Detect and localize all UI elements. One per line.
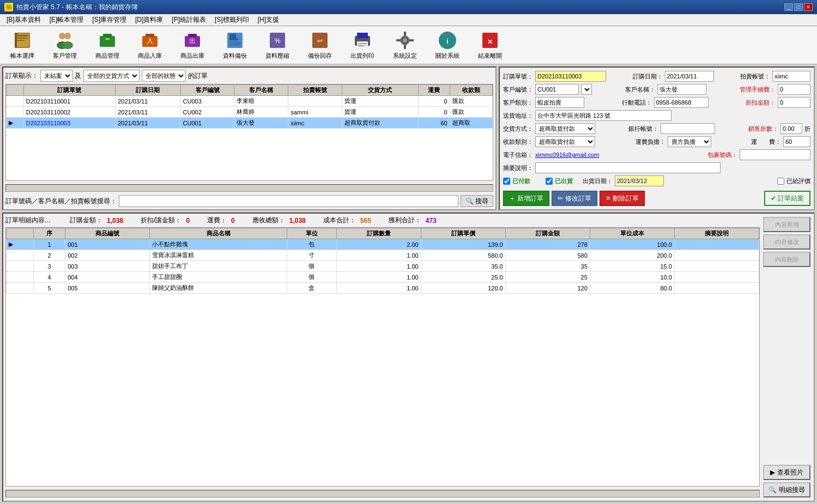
finish-order-button[interactable]: ✔ 訂單結案 — [764, 191, 810, 206]
detail-table-row[interactable]: 4 004 手工甜甜圈 個 1.00 25.0 25 10.0 — [7, 272, 759, 283]
dt-name: 小不點炸雞塊 — [150, 239, 287, 250]
dt-row-arrow — [7, 261, 34, 272]
payment-type: 超商取 — [450, 118, 492, 129]
sale-discount-input[interactable] — [780, 123, 802, 134]
toolbar-about-label: 關於系統 — [435, 52, 459, 60]
minimize-button[interactable]: _ — [784, 3, 793, 11]
search-input[interactable] — [119, 195, 458, 207]
toolbar-print[interactable]: 出貨列印 — [343, 29, 382, 62]
menu-help[interactable]: [H]支援 — [253, 14, 283, 26]
filter-state[interactable]: 全部的狀態 已付款 未付款 — [142, 70, 186, 82]
discount-input[interactable] — [778, 97, 810, 108]
menu-report[interactable]: [P]統計報表 — [167, 14, 210, 26]
delivery-select[interactable]: 超商取貨付款 貨運 — [535, 123, 595, 134]
package-no-input[interactable] — [740, 149, 810, 160]
freight-bear-select[interactable]: 賣方負擔 買方負擔 — [668, 136, 711, 147]
summary-input[interactable] — [535, 162, 721, 173]
edit-order-button[interactable]: ✏ 修改訂單 — [552, 191, 597, 206]
cust-type-input[interactable] — [535, 97, 584, 108]
menu-account[interactable]: [E]帳本管理 — [45, 14, 88, 26]
toolbar-product-out[interactable]: 出 商品出庫 — [173, 29, 211, 62]
add-content-button[interactable]: 內容新增 — [763, 217, 810, 232]
toolbar-restore[interactable]: ↩ 備份回存 — [301, 29, 339, 62]
dt-code: 003 — [65, 261, 150, 272]
toolbar-book-select[interactable]: 帳本選擇 — [3, 29, 41, 62]
order-no: D202103110001 — [23, 96, 115, 107]
cust-name-input[interactable] — [657, 84, 706, 95]
email-link[interactable]: ximmc0916@gmail.com — [535, 151, 600, 158]
auction-id-input[interactable] — [772, 71, 810, 82]
toolbar-exit[interactable]: ✕ 結束離開 — [471, 29, 509, 62]
toolbar-settings-label: 系統設定 — [393, 52, 417, 60]
toolbar-compress[interactable]: % 資料壓縮 — [258, 29, 296, 62]
col-cust-name: 客戶名稱 — [234, 85, 288, 96]
menu-label[interactable]: [S]標籤列印 — [210, 14, 253, 26]
filter-status[interactable]: 未結案 已結案 全部 — [40, 70, 72, 82]
dt-name: 陳師父奶油酥餅 — [150, 283, 287, 294]
menu-data[interactable]: [D]資料庫 — [131, 14, 167, 26]
detail-row-4: 送貨地址： — [503, 110, 810, 121]
bank-input[interactable] — [661, 123, 715, 134]
paid-checkbox[interactable] — [503, 178, 510, 185]
freight-input[interactable] — [783, 136, 810, 147]
toolbar-backup[interactable]: 資料備份 — [216, 29, 254, 62]
detail-table-row[interactable]: ▶ 1 001 小不點炸雞塊 包 2.00 139.0 278 100.0 — [7, 239, 759, 250]
manage-fee-input[interactable] — [778, 84, 810, 95]
cost-total-label: 成本合計： — [323, 216, 356, 225]
dt-col-seq: 序 — [33, 228, 65, 239]
filter-delivery[interactable]: 全部的交貨方式 貨運 超商取貨付款 — [83, 70, 140, 82]
search-button[interactable]: 🔍 搜尋 — [461, 195, 493, 207]
detail-table-row[interactable]: 5 005 陳師父奶油酥餅 盒 1.00 120.0 120 80.0 — [7, 283, 759, 294]
detail-side-buttons: 內容新增 內容修改 內容刪除 ▶ 查看照片 🔍 明細搜尋 — [762, 216, 812, 499]
view-photo-button[interactable]: ▶ 查看照片 — [763, 465, 810, 480]
maximize-button[interactable]: □ — [794, 3, 803, 11]
table-row[interactable]: D202103110002 2021/03/11 CU002 林喬婷 sammi… — [7, 107, 493, 118]
address-input[interactable] — [535, 110, 671, 121]
evaluated-checkbox[interactable] — [777, 178, 784, 185]
delete-content-button[interactable]: 內容刪除 — [763, 252, 810, 267]
detail-row-5: 交貨方式： 超商取貨付款 貨運 銀行帳號： 銷售折數： 折 — [503, 123, 810, 134]
toolbar-customer[interactable]: 客戶管理 — [46, 29, 84, 62]
shipped-checkbox[interactable] — [546, 178, 553, 185]
delete-order-button[interactable]: ✕ 刪除訂單 — [600, 191, 645, 206]
edit-content-button[interactable]: 內容修改 — [763, 234, 810, 250]
cust-code-input[interactable] — [535, 84, 579, 95]
order-amount-label: 訂購金額： — [70, 216, 102, 225]
table-row[interactable]: D202103110001 2021/03/11 CU003 李東暗 貨運 0 … — [7, 96, 493, 107]
toolbar-backup-label: 資料備份 — [223, 52, 247, 60]
order-no-input[interactable] — [535, 71, 606, 82]
close-button[interactable]: ✕ — [804, 3, 813, 11]
cost-total-value: 565 — [360, 217, 371, 224]
toolbar-about[interactable]: i 關於系統 — [428, 29, 467, 62]
dt-cost: 100.0 — [590, 239, 674, 250]
discount-label: 折扣金額： — [746, 99, 776, 107]
print-icon — [353, 31, 372, 50]
cust-name: 林喬婷 — [234, 107, 288, 118]
order-date-input[interactable] — [665, 71, 714, 82]
discount-amount-label: 折扣/讓金額： — [141, 216, 181, 225]
toolbar-restore-label: 備份回存 — [308, 52, 332, 60]
ship-date-input[interactable] — [615, 175, 664, 186]
title-bar-controls[interactable]: _ □ ✕ — [784, 3, 813, 11]
menu-basic[interactable]: [B]基本資料 — [2, 14, 45, 26]
detail-search-button[interactable]: 🔍 明細搜尋 — [763, 482, 810, 497]
order-date: 2021/03/11 — [116, 118, 180, 129]
menu-stock[interactable]: [S]庫存管理 — [88, 14, 131, 26]
phone-input[interactable] — [654, 97, 709, 108]
toolbar-settings[interactable]: 系統設定 — [386, 29, 424, 62]
detail-hscroll[interactable] — [5, 490, 760, 497]
dt-note — [674, 261, 759, 272]
payment-select[interactable]: 超商取貨付款 匯款 — [535, 136, 595, 147]
detail-table-row[interactable]: 2 002 雪寶冰淇淋蛋糕 寸 1.00 580.0 580 200.0 — [7, 250, 759, 261]
dt-qty: 1.00 — [336, 250, 421, 261]
cust-type-label: 客戶類別： — [503, 99, 533, 107]
detail-table-row[interactable]: 3 003 甜妞手工布丁 個 1.00 35.0 35 15.0 — [7, 261, 759, 272]
cust-select[interactable] — [581, 84, 592, 95]
order-hscroll[interactable] — [5, 184, 493, 192]
add-order-button[interactable]: ＋ 新增訂單 — [503, 191, 549, 206]
toolbar-product[interactable]: 商品管理 — [88, 29, 126, 62]
dt-unit: 個 — [287, 261, 336, 272]
table-row[interactable]: ▶ D202103110003 2021/03/11 CU001 張大發 xii… — [7, 118, 493, 129]
dt-seq: 3 — [33, 261, 65, 272]
toolbar-product-in[interactable]: 入 商品入庫 — [131, 29, 169, 62]
